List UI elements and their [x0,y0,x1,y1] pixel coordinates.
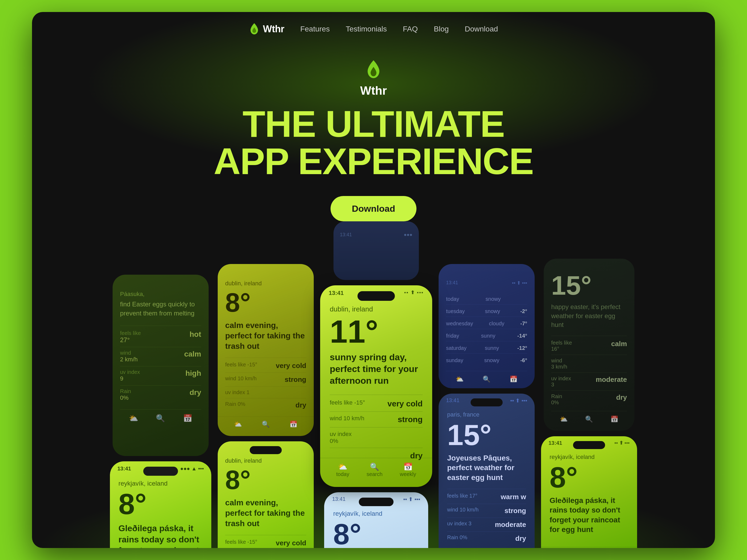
phone-5-top: 15° happy easter, it's perfect weather f… [544,259,635,431]
nav-download-button[interactable]: Download [465,25,498,33]
phone-1-bottom: 13:41 ●●● ▲ ▪▪▪ reykjavík, iceland 8° Gl… [110,461,211,548]
nav-features[interactable]: Features [300,25,330,33]
hero-title-line2: APP EXPERIENCE [214,143,534,180]
phone-col-3: 13:41●●● 13:41 ▪▪ ⬆ ▪▪▪ dublin, ireland … [320,237,432,548]
phone-1-city: Páasuka, [120,291,201,298]
phone-5-bottom: 13:41 ▪▪ ⬆ ▪▪▪ reykjavík, iceland 8° Gle… [541,436,637,548]
nav-logo[interactable]: Wthr [249,23,284,35]
nav-logo-text: Wthr [263,24,284,35]
phone-col-4: 13:41▪▪ ⬆ ▪▪▪ todaysnowy tuesdaysnowy-2°… [439,264,535,548]
phone-1-msg: find Easter eggs quickly to prevent them… [120,300,201,318]
hero-section: Wthr THE ULTIMATE APP EXPERIENCE Downloa… [32,44,715,243]
hero-title: THE ULTIMATE APP EXPERIENCE [214,105,534,180]
phone-2-top: dublin, ireland 8° calm evening, perfect… [218,264,314,436]
hero-title-line1: THE ULTIMATE [214,105,534,143]
hero-logo-icon [365,59,382,80]
nav-testimonials[interactable]: Testimonials [346,25,387,33]
phone-notch [143,466,178,476]
phone-col-5: 15° happy easter, it's perfect weather f… [541,285,637,548]
phone-1-top: Páasuka, find Easter eggs quickly to pre… [112,275,209,456]
hero-brand-name: Wthr [360,84,387,97]
phone-4-top: 13:41▪▪ ⬆ ▪▪▪ todaysnowy tuesdaysnowy-2°… [439,264,535,388]
phone-temp-1b: 8° [119,489,203,519]
phone-3-bottom: 13:41▪▪ ⬆ ▪▪▪ reykjavík, iceland 8° Gleð… [324,492,428,548]
nav-links: Features Testimonials FAQ Blog Download [300,25,498,33]
nav-faq[interactable]: FAQ [403,25,418,33]
phone-col-1: Páasuka, find Easter eggs quickly to pre… [110,296,211,548]
phones-section: Páasuka, find Easter eggs quickly to pre… [32,243,715,548]
phone-col-2: dublin, ireland 8° calm evening, perfect… [218,264,314,548]
hero-download-button[interactable]: Download [331,196,416,221]
phone-desc-1b: Gleðilega páska, it rains today so don't… [119,523,203,548]
phone-4-bottom: 13:41▪▪ ⬆ ▪▪▪ paris, france 15° Joyeuses… [439,394,535,548]
phone-city-1b: reykjavík, iceland [119,480,203,487]
phone-3-main: 13:41 ▪▪ ⬆ ▪▪▪ dublin, ireland 11° sunny… [320,285,432,487]
nav-blog[interactable]: Blog [434,25,449,33]
navbar: Wthr Features Testimonials FAQ Blog Down… [32,12,715,44]
logo-icon [249,23,260,35]
browser-window: Wthr Features Testimonials FAQ Blog Down… [32,12,715,548]
phone-2-bottom: dublin, ireland 8° calm evening, perfect… [218,441,314,548]
